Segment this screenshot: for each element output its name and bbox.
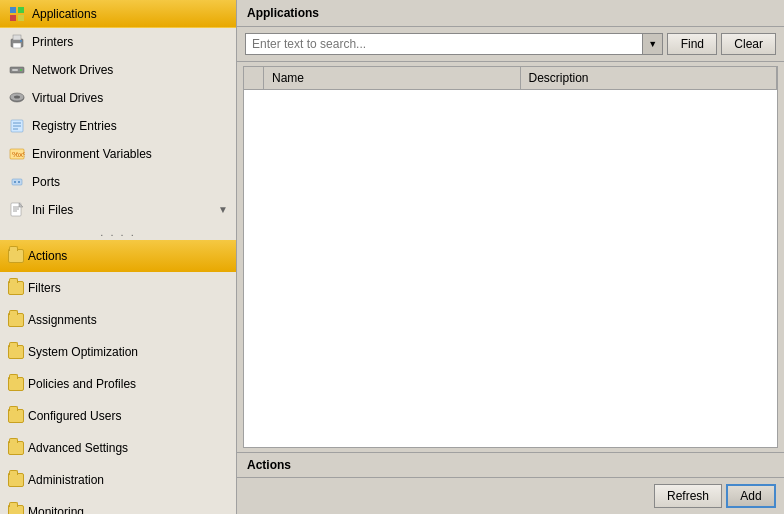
svg-rect-1 bbox=[18, 7, 24, 13]
applications-table: Name Description bbox=[243, 66, 778, 448]
sidebar-item-virtual-drives[interactable]: Virtual Drives bbox=[0, 84, 236, 112]
svg-rect-22 bbox=[18, 181, 20, 183]
virtual-drives-icon bbox=[8, 89, 26, 107]
sidebar-item-administration[interactable]: Administration bbox=[0, 464, 236, 496]
svg-rect-20 bbox=[12, 179, 22, 185]
table-col-checkbox bbox=[244, 67, 264, 89]
filters-folder-icon bbox=[8, 281, 24, 295]
sidebar-item-ini-files[interactable]: Ini Files ▼ bbox=[0, 196, 236, 224]
sidebar-item-actions-label: Actions bbox=[28, 249, 67, 263]
refresh-button[interactable]: Refresh bbox=[654, 484, 722, 508]
ini-files-icon bbox=[8, 201, 26, 219]
find-button[interactable]: Find bbox=[667, 33, 717, 55]
configured-users-folder-icon bbox=[8, 409, 24, 423]
sidebar-item-monitoring[interactable]: Monitoring bbox=[0, 496, 236, 514]
sidebar-item-system-optimization[interactable]: System Optimization bbox=[0, 336, 236, 368]
sidebar-item-administration-label: Administration bbox=[28, 473, 104, 487]
policies-folder-icon bbox=[8, 377, 24, 391]
printers-icon bbox=[8, 33, 26, 51]
sidebar-item-environment-variables[interactable]: %x% Environment Variables bbox=[0, 140, 236, 168]
sidebar-item-actions[interactable]: Actions bbox=[0, 240, 236, 272]
advanced-settings-folder-icon bbox=[8, 441, 24, 455]
sidebar: Applications Printers Network Drives bbox=[0, 0, 237, 514]
network-drives-icon bbox=[8, 61, 26, 79]
registry-entries-icon bbox=[8, 117, 26, 135]
sidebar-item-policies-label: Policies and Profiles bbox=[28, 377, 136, 391]
sidebar-item-system-optimization-label: System Optimization bbox=[28, 345, 138, 359]
search-bar: ▼ Find Clear bbox=[237, 27, 784, 62]
sidebar-item-registry-entries[interactable]: Registry Entries bbox=[0, 112, 236, 140]
sidebar-item-ini-files-label: Ini Files bbox=[32, 203, 218, 217]
ports-icon bbox=[8, 173, 26, 191]
svg-rect-21 bbox=[14, 181, 16, 183]
sidebar-item-filters[interactable]: Filters bbox=[0, 272, 236, 304]
applications-icon bbox=[8, 5, 26, 23]
svg-point-7 bbox=[20, 40, 22, 42]
sidebar-item-network-drives[interactable]: Network Drives bbox=[0, 56, 236, 84]
more-indicator: . . . . bbox=[0, 224, 236, 240]
sidebar-item-printers[interactable]: Printers bbox=[0, 28, 236, 56]
sidebar-item-registry-entries-label: Registry Entries bbox=[32, 119, 228, 133]
svg-rect-3 bbox=[18, 15, 24, 21]
svg-rect-0 bbox=[10, 7, 16, 13]
bottom-panel-title: Actions bbox=[237, 453, 784, 478]
sidebar-item-virtual-drives-label: Virtual Drives bbox=[32, 91, 228, 105]
main-panel-header: Applications bbox=[237, 0, 784, 27]
main-panel-title: Applications bbox=[247, 6, 319, 20]
sidebar-item-ports[interactable]: Ports bbox=[0, 168, 236, 196]
search-input-wrapper: ▼ bbox=[245, 33, 663, 55]
actions-folder-icon bbox=[8, 249, 24, 263]
sidebar-item-network-drives-label: Network Drives bbox=[32, 63, 228, 77]
sidebar-item-printers-label: Printers bbox=[32, 35, 228, 49]
sidebar-item-assignments-label: Assignments bbox=[28, 313, 97, 327]
sidebar-item-advanced-settings-label: Advanced Settings bbox=[28, 441, 128, 455]
table-col-name: Name bbox=[264, 67, 521, 89]
sidebar-item-policies-and-profiles[interactable]: Policies and Profiles bbox=[0, 368, 236, 400]
sidebar-item-configured-users-label: Configured Users bbox=[28, 409, 121, 423]
svg-rect-6 bbox=[13, 43, 21, 48]
sidebar-item-monitoring-label: Monitoring bbox=[28, 505, 84, 514]
main-content: Applications ▼ Find Clear Name Descripti… bbox=[237, 0, 784, 514]
table-col-description: Description bbox=[521, 67, 778, 89]
sidebar-item-assignments[interactable]: Assignments bbox=[0, 304, 236, 336]
search-dropdown-button[interactable]: ▼ bbox=[642, 34, 662, 54]
sidebar-item-environment-variables-label: Environment Variables bbox=[32, 147, 228, 161]
svg-rect-10 bbox=[12, 69, 18, 71]
assignments-folder-icon bbox=[8, 313, 24, 327]
svg-point-9 bbox=[20, 69, 22, 71]
svg-rect-2 bbox=[10, 15, 16, 21]
sidebar-item-applications-label: Applications bbox=[32, 7, 228, 21]
sidebar-item-ports-label: Ports bbox=[32, 175, 228, 189]
svg-point-13 bbox=[14, 95, 20, 98]
sidebar-item-configured-users[interactable]: Configured Users bbox=[0, 400, 236, 432]
add-button[interactable]: Add bbox=[726, 484, 776, 508]
sidebar-item-filters-label: Filters bbox=[28, 281, 61, 295]
table-header: Name Description bbox=[244, 67, 777, 90]
svg-text:%x%: %x% bbox=[12, 150, 25, 159]
environment-variables-icon: %x% bbox=[8, 145, 26, 163]
svg-rect-5 bbox=[13, 35, 21, 40]
bottom-panel: Actions Refresh Add bbox=[237, 452, 784, 514]
bottom-actions: Refresh Add bbox=[237, 478, 784, 514]
monitoring-folder-icon bbox=[8, 505, 24, 514]
search-input[interactable] bbox=[246, 34, 642, 54]
system-optimization-folder-icon bbox=[8, 345, 24, 359]
sidebar-item-advanced-settings[interactable]: Advanced Settings bbox=[0, 432, 236, 464]
clear-button[interactable]: Clear bbox=[721, 33, 776, 55]
sidebar-item-applications[interactable]: Applications bbox=[0, 0, 236, 28]
ini-files-arrow-icon: ▼ bbox=[218, 204, 228, 215]
administration-folder-icon bbox=[8, 473, 24, 487]
table-body bbox=[244, 90, 777, 445]
